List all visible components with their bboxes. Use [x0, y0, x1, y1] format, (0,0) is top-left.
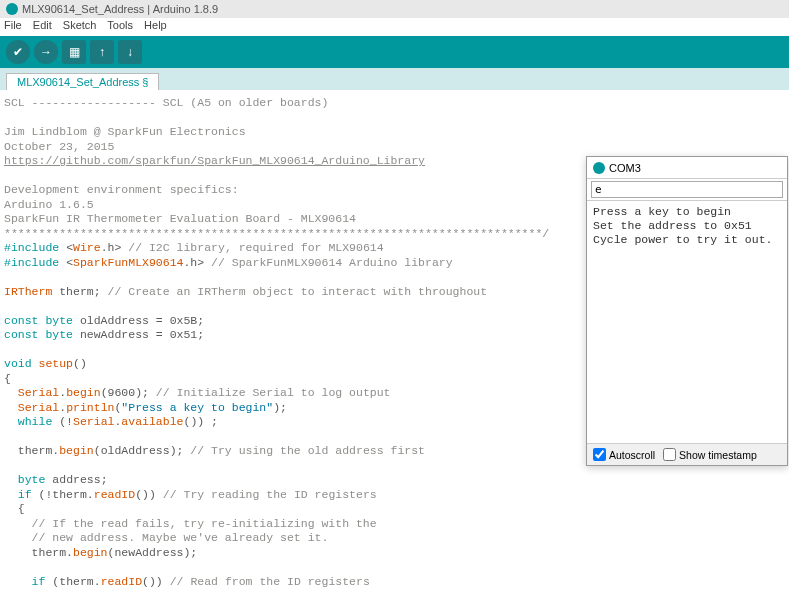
save-button[interactable]: ↓ — [118, 40, 142, 64]
code-line: ****************************************… — [4, 227, 549, 240]
menu-help[interactable]: Help — [144, 19, 167, 31]
code-line: SparkFun IR Thermometer Evaluation Board… — [4, 212, 356, 225]
window-titlebar: MLX90614_Set_Address | Arduino 1.8.9 — [0, 0, 789, 18]
open-button[interactable]: ↑ — [90, 40, 114, 64]
menu-file[interactable]: File — [4, 19, 22, 31]
menu-edit[interactable]: Edit — [33, 19, 52, 31]
serial-input-row — [587, 179, 787, 201]
arrow-right-icon: → — [40, 45, 52, 59]
verify-button[interactable]: ✔ — [6, 40, 30, 64]
toolbar: ✔ → ▦ ↑ ↓ — [0, 36, 789, 68]
check-icon: ✔ — [13, 45, 23, 59]
menu-tools[interactable]: Tools — [107, 19, 133, 31]
upload-button[interactable]: → — [34, 40, 58, 64]
serial-monitor-window[interactable]: COM3 Press a key to begin Set the addres… — [586, 156, 788, 466]
code-line: Development environment specifics: — [4, 183, 239, 196]
timestamp-checkbox[interactable]: Show timestamp — [663, 448, 757, 461]
serial-port-label: COM3 — [609, 162, 641, 174]
window-title: MLX90614_Set_Address | Arduino 1.8.9 — [22, 3, 218, 15]
timestamp-input[interactable] — [663, 448, 676, 461]
menubar: File Edit Sketch Tools Help — [0, 18, 789, 36]
code-line: Arduino 1.6.5 — [4, 198, 94, 211]
tab-sketch[interactable]: MLX90614_Set_Address § — [6, 73, 159, 90]
new-button[interactable]: ▦ — [62, 40, 86, 64]
arduino-logo-icon — [6, 3, 18, 15]
file-icon: ▦ — [69, 45, 80, 59]
serial-send-input[interactable] — [591, 181, 783, 198]
serial-titlebar[interactable]: COM3 — [587, 157, 787, 179]
autoscroll-input[interactable] — [593, 448, 606, 461]
serial-footer: Autoscroll Show timestamp — [587, 443, 787, 465]
code-line: Jim Lindblom @ SparkFun Electronics — [4, 125, 246, 138]
code-line: October 23, 2015 — [4, 140, 114, 153]
arrow-up-icon: ↑ — [99, 45, 105, 59]
arduino-logo-icon — [593, 162, 605, 174]
autoscroll-checkbox[interactable]: Autoscroll — [593, 448, 655, 461]
code-line: SCL ------------------ SCL (A5 on older … — [4, 96, 328, 109]
menu-sketch[interactable]: Sketch — [63, 19, 97, 31]
code-line: https://github.com/sparkfun/SparkFun_MLX… — [4, 154, 425, 167]
tabbar: MLX90614_Set_Address § — [0, 68, 789, 90]
arrow-down-icon: ↓ — [127, 45, 133, 59]
serial-output[interactable]: Press a key to begin Set the address to … — [587, 201, 787, 443]
